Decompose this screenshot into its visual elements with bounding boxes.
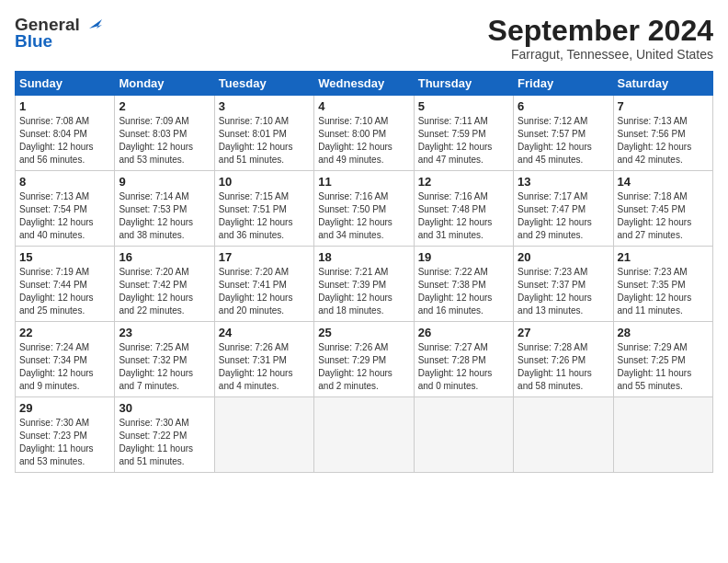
day-info: Sunrise: 7:16 AMSunset: 7:48 PMDaylight:… <box>418 191 493 240</box>
day-info: Sunrise: 7:30 AMSunset: 7:23 PMDaylight:… <box>19 418 94 466</box>
svg-marker-0 <box>89 19 102 29</box>
table-row: 25 Sunrise: 7:26 AMSunset: 7:29 PMDaylig… <box>314 322 414 397</box>
table-row: 5 Sunrise: 7:11 AMSunset: 7:59 PMDayligh… <box>414 96 513 171</box>
calendar-table: Sunday Monday Tuesday Wednesday Thursday… <box>15 71 713 473</box>
header: General Blue September 2024 Farragut, Te… <box>15 15 713 62</box>
table-row: 6 Sunrise: 7:12 AMSunset: 7:57 PMDayligh… <box>514 96 613 171</box>
day-info: Sunrise: 7:28 AMSunset: 7:26 PMDaylight:… <box>518 342 592 391</box>
table-row: 23 Sunrise: 7:25 AMSunset: 7:32 PMDaylig… <box>115 322 214 397</box>
day-info: Sunrise: 7:08 AMSunset: 8:04 PMDaylight:… <box>19 116 94 165</box>
title-block: September 2024 Farragut, Tennessee, Unit… <box>488 15 713 62</box>
day-number: 12 <box>418 175 509 189</box>
table-row: 30 Sunrise: 7:30 AMSunset: 7:22 PMDaylig… <box>115 397 214 473</box>
day-info: Sunrise: 7:26 AMSunset: 7:31 PMDaylight:… <box>219 342 293 391</box>
day-number: 13 <box>518 175 609 189</box>
day-number: 23 <box>119 326 210 339</box>
table-row: 14 Sunrise: 7:18 AMSunset: 7:45 PMDaylig… <box>613 171 712 247</box>
day-number: 26 <box>418 326 509 339</box>
logo: General Blue <box>15 15 102 52</box>
table-row <box>613 397 712 473</box>
table-row: 20 Sunrise: 7:23 AMSunset: 7:37 PMDaylig… <box>514 247 613 322</box>
day-info: Sunrise: 7:20 AMSunset: 7:42 PMDaylight:… <box>119 267 193 316</box>
day-number: 18 <box>318 250 409 264</box>
table-row: 28 Sunrise: 7:29 AMSunset: 7:25 PMDaylig… <box>613 322 712 397</box>
table-row: 21 Sunrise: 7:23 AMSunset: 7:35 PMDaylig… <box>613 247 712 322</box>
day-number: 21 <box>618 250 709 264</box>
day-info: Sunrise: 7:21 AMSunset: 7:39 PMDaylight:… <box>318 267 392 316</box>
table-row: 10 Sunrise: 7:15 AMSunset: 7:51 PMDaylig… <box>214 171 313 247</box>
day-number: 8 <box>19 175 110 189</box>
day-info: Sunrise: 7:17 AMSunset: 7:47 PMDaylight:… <box>518 191 592 240</box>
day-number: 6 <box>518 99 609 113</box>
day-info: Sunrise: 7:13 AMSunset: 7:54 PMDaylight:… <box>19 191 94 240</box>
day-info: Sunrise: 7:26 AMSunset: 7:29 PMDaylight:… <box>318 342 392 391</box>
table-row: 4 Sunrise: 7:10 AMSunset: 8:00 PMDayligh… <box>314 96 414 171</box>
table-row: 26 Sunrise: 7:27 AMSunset: 7:28 PMDaylig… <box>414 322 513 397</box>
day-number: 11 <box>318 175 409 189</box>
table-row: 9 Sunrise: 7:14 AMSunset: 7:53 PMDayligh… <box>115 171 214 247</box>
logo-bird-icon <box>82 16 102 32</box>
day-number: 9 <box>119 175 210 189</box>
day-info: Sunrise: 7:10 AMSunset: 8:00 PMDaylight:… <box>318 116 392 165</box>
day-number: 17 <box>219 250 310 264</box>
table-row: 15 Sunrise: 7:19 AMSunset: 7:44 PMDaylig… <box>16 247 115 322</box>
table-row: 24 Sunrise: 7:26 AMSunset: 7:31 PMDaylig… <box>214 322 313 397</box>
day-number: 30 <box>119 401 210 415</box>
day-info: Sunrise: 7:25 AMSunset: 7:32 PMDaylight:… <box>119 342 193 391</box>
day-number: 16 <box>119 250 210 264</box>
day-number: 5 <box>418 99 509 113</box>
table-row <box>214 397 313 473</box>
day-info: Sunrise: 7:16 AMSunset: 7:50 PMDaylight:… <box>318 191 392 240</box>
day-info: Sunrise: 7:30 AMSunset: 7:22 PMDaylight:… <box>119 418 193 466</box>
day-info: Sunrise: 7:09 AMSunset: 8:03 PMDaylight:… <box>119 116 193 165</box>
day-info: Sunrise: 7:23 AMSunset: 7:35 PMDaylight:… <box>618 267 692 316</box>
day-number: 22 <box>19 326 110 339</box>
day-number: 1 <box>19 99 110 113</box>
day-number: 14 <box>618 175 709 189</box>
day-number: 29 <box>19 401 110 415</box>
col-friday: Friday <box>514 72 613 96</box>
table-row: 13 Sunrise: 7:17 AMSunset: 7:47 PMDaylig… <box>514 171 613 247</box>
day-info: Sunrise: 7:14 AMSunset: 7:53 PMDaylight:… <box>119 191 193 240</box>
day-info: Sunrise: 7:11 AMSunset: 7:59 PMDaylight:… <box>418 116 493 165</box>
col-tuesday: Tuesday <box>214 72 313 96</box>
table-row: 29 Sunrise: 7:30 AMSunset: 7:23 PMDaylig… <box>16 397 115 473</box>
day-info: Sunrise: 7:19 AMSunset: 7:44 PMDaylight:… <box>19 267 94 316</box>
day-number: 7 <box>618 99 709 113</box>
day-info: Sunrise: 7:15 AMSunset: 7:51 PMDaylight:… <box>219 191 293 240</box>
day-number: 2 <box>119 99 210 113</box>
day-number: 25 <box>318 326 409 339</box>
day-info: Sunrise: 7:29 AMSunset: 7:25 PMDaylight:… <box>618 342 692 391</box>
table-row: 16 Sunrise: 7:20 AMSunset: 7:42 PMDaylig… <box>115 247 214 322</box>
day-info: Sunrise: 7:13 AMSunset: 7:56 PMDaylight:… <box>618 116 692 165</box>
table-row <box>514 397 613 473</box>
day-number: 19 <box>418 250 509 264</box>
table-row: 8 Sunrise: 7:13 AMSunset: 7:54 PMDayligh… <box>16 171 115 247</box>
table-row: 2 Sunrise: 7:09 AMSunset: 8:03 PMDayligh… <box>115 96 214 171</box>
col-monday: Monday <box>115 72 214 96</box>
day-info: Sunrise: 7:23 AMSunset: 7:37 PMDaylight:… <box>518 267 592 316</box>
day-info: Sunrise: 7:12 AMSunset: 7:57 PMDaylight:… <box>518 116 592 165</box>
day-info: Sunrise: 7:24 AMSunset: 7:34 PMDaylight:… <box>19 342 94 391</box>
col-sunday: Sunday <box>16 72 115 96</box>
table-row: 22 Sunrise: 7:24 AMSunset: 7:34 PMDaylig… <box>16 322 115 397</box>
table-row: 7 Sunrise: 7:13 AMSunset: 7:56 PMDayligh… <box>613 96 712 171</box>
table-row: 17 Sunrise: 7:20 AMSunset: 7:41 PMDaylig… <box>214 247 313 322</box>
col-thursday: Thursday <box>414 72 513 96</box>
logo-blue: Blue <box>15 31 52 52</box>
day-number: 10 <box>219 175 310 189</box>
day-number: 3 <box>219 99 310 113</box>
day-info: Sunrise: 7:10 AMSunset: 8:01 PMDaylight:… <box>219 116 293 165</box>
day-number: 28 <box>618 326 709 339</box>
col-saturday: Saturday <box>613 72 712 96</box>
location: Farragut, Tennessee, United States <box>488 47 713 62</box>
col-wednesday: Wednesday <box>314 72 414 96</box>
table-row: 1 Sunrise: 7:08 AMSunset: 8:04 PMDayligh… <box>16 96 115 171</box>
day-info: Sunrise: 7:20 AMSunset: 7:41 PMDaylight:… <box>219 267 293 316</box>
month-title: September 2024 <box>488 15 713 47</box>
table-row <box>414 397 513 473</box>
table-row: 3 Sunrise: 7:10 AMSunset: 8:01 PMDayligh… <box>214 96 313 171</box>
day-info: Sunrise: 7:27 AMSunset: 7:28 PMDaylight:… <box>418 342 493 391</box>
day-number: 15 <box>19 250 110 264</box>
day-info: Sunrise: 7:18 AMSunset: 7:45 PMDaylight:… <box>618 191 692 240</box>
